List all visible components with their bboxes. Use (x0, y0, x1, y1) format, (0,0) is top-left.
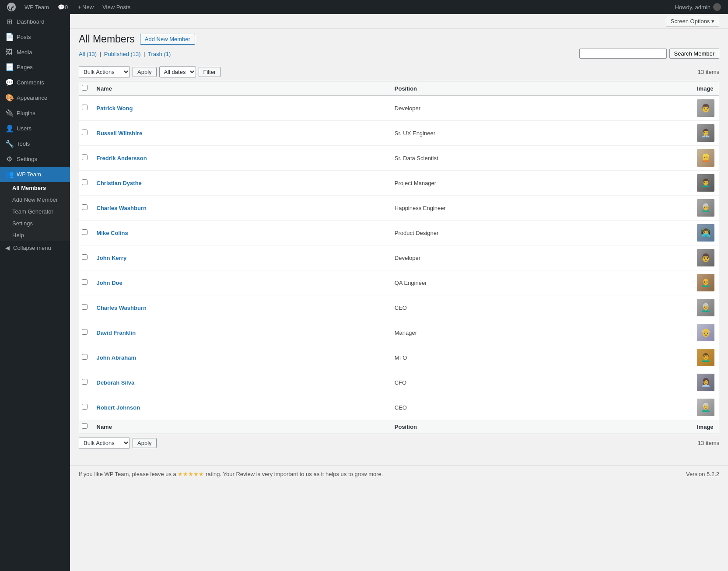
row-select-7[interactable] (82, 254, 88, 260)
member-name-link-7[interactable]: John Kerry (97, 255, 127, 261)
row-select-1[interactable] (82, 105, 88, 110)
member-name-link-10[interactable]: David Franklin (97, 329, 136, 336)
row-position-12: CFO (390, 370, 693, 395)
sidebar-item-pages[interactable]: 📃 Pages (0, 60, 70, 75)
row-image-3: 👱 (693, 146, 719, 171)
sidebar-item-media[interactable]: 🖼 Media (0, 45, 70, 60)
member-avatar-4: 👨‍🦱 (697, 174, 714, 192)
table-row: Deborah Silva CFO 👩‍💼 (79, 370, 719, 395)
table-row: John Abraham MTO 👨‍🦱 (79, 345, 719, 370)
submenu-settings[interactable]: Settings (0, 217, 70, 229)
adminbar-wp-logo[interactable] (4, 0, 19, 14)
row-select-11[interactable] (82, 354, 88, 360)
add-new-member-button[interactable]: Add New Member (140, 34, 195, 45)
row-select-9[interactable] (82, 304, 88, 310)
row-select-12[interactable] (82, 379, 88, 385)
footer-stars-link[interactable]: ★★★★★ (178, 471, 206, 477)
member-avatar-6: 👨‍💻 (697, 224, 714, 242)
footer-name: Name (92, 420, 390, 434)
row-image-1: 👨 (693, 96, 719, 121)
footer-image: Image (693, 420, 719, 434)
row-select-4[interactable] (82, 179, 88, 185)
footer-version: Version 5.2.2 (686, 471, 719, 477)
member-avatar-10: 👴 (697, 324, 714, 341)
row-name-7: John Kerry (92, 245, 390, 270)
row-image-8: 👨‍🦲 (693, 270, 719, 295)
screen-options-button[interactable]: Screen Options (666, 16, 719, 27)
adminbar-site-name[interactable]: WP Team (21, 0, 52, 14)
table-row: John Doe QA Engineer 👨‍🦲 (79, 270, 719, 295)
sidebar-item-appearance[interactable]: 🎨 Appearance (0, 90, 70, 105)
member-avatar-11: 👨‍🦱 (697, 349, 714, 366)
member-name-link-11[interactable]: John Abraham (97, 354, 136, 361)
adminbar-new[interactable]: ＋ New (73, 0, 97, 14)
select-all-checkbox-top[interactable] (82, 85, 88, 91)
table-footer-row: Name Position Image (79, 420, 719, 434)
row-select-8[interactable] (82, 279, 88, 285)
member-name-link-4[interactable]: Christian Dysthe (97, 180, 142, 186)
row-select-13[interactable] (82, 404, 88, 410)
row-position-1: Developer (390, 96, 693, 121)
row-position-2: Sr. UX Engineer (390, 121, 693, 146)
table-row: Charles Washburn CEO 👨‍🦳 (79, 295, 719, 320)
row-position-11: MTO (390, 345, 693, 370)
member-avatar-5: 👨‍🦳 (697, 199, 714, 217)
sidebar-item-dashboard[interactable]: ⊞ Dashboard (0, 14, 70, 29)
member-name-link-8[interactable]: John Doe (97, 280, 122, 286)
submenu-team-generator[interactable]: Team Generator (0, 206, 70, 217)
submenu-all-members[interactable]: All Members (0, 182, 70, 194)
apply-button-bottom[interactable]: Apply (133, 438, 157, 448)
search-member-input[interactable] (579, 49, 667, 59)
row-select-10[interactable] (82, 329, 88, 335)
sidebar-item-posts[interactable]: 📄 Posts (0, 29, 70, 45)
adminbar-view-posts[interactable]: View Posts (99, 0, 134, 14)
sidebar-item-users[interactable]: 👤 Users (0, 121, 70, 136)
collapse-menu-button[interactable]: ◀ Collapse menu (0, 241, 70, 255)
member-name-link-1[interactable]: Patrick Wong (97, 105, 133, 112)
row-select-3[interactable] (82, 154, 88, 160)
sidebar-item-plugins[interactable]: 🔌 Plugins (0, 105, 70, 121)
member-name-link-2[interactable]: Russell Wiltshire (97, 130, 143, 137)
adminbar-howdy[interactable]: Howdy, admin (672, 3, 724, 11)
table-row: Mike Colins Product Designer 👨‍💻 (79, 221, 719, 245)
row-checkbox-7 (79, 245, 92, 270)
row-select-5[interactable] (82, 204, 88, 210)
member-name-link-9[interactable]: Charles Washburn (97, 305, 147, 311)
sidebar-item-wp-team[interactable]: 👥 WP Team (0, 167, 70, 182)
row-select-6[interactable] (82, 229, 88, 235)
submenu-help[interactable]: Help (0, 229, 70, 241)
users-icon: 👤 (5, 124, 13, 133)
collapse-icon: ◀ (5, 245, 10, 251)
member-avatar-2: 👨‍💼 (697, 124, 714, 142)
filter-trash[interactable]: Trash (1) (148, 51, 171, 57)
sidebar-item-tools[interactable]: 🔧 Tools (0, 136, 70, 151)
row-position-6: Product Designer (390, 221, 693, 245)
comments-icon: 💬 (5, 78, 13, 87)
filter-button[interactable]: Filter (199, 67, 221, 77)
row-image-12: 👩‍💼 (693, 370, 719, 395)
member-name-link-13[interactable]: Robert Johnson (97, 404, 140, 411)
apply-button-top[interactable]: Apply (133, 67, 157, 77)
adminbar-comments[interactable]: 💬 0 (54, 0, 71, 14)
row-name-9: Charles Washburn (92, 295, 390, 320)
sidebar-item-comments[interactable]: 💬 Comments (0, 75, 70, 90)
row-select-2[interactable] (82, 130, 88, 135)
member-name-link-6[interactable]: Mike Colins (97, 230, 128, 236)
row-image-4: 👨‍🦱 (693, 171, 719, 196)
member-name-link-12[interactable]: Deborah Silva (97, 379, 135, 386)
row-image-5: 👨‍🦳 (693, 196, 719, 221)
member-name-link-3[interactable]: Fredrik Andersson (97, 155, 147, 161)
bulk-actions-select-bottom[interactable]: Bulk Actions Move to Trash (79, 438, 130, 448)
row-checkbox-8 (79, 270, 92, 295)
member-name-link-5[interactable]: Charles Washburn (97, 205, 147, 211)
header-position: Position (390, 81, 693, 96)
filter-published[interactable]: Published (13) (104, 51, 141, 57)
sidebar-item-settings[interactable]: ⚙ Settings (0, 151, 70, 167)
submenu-add-new-member[interactable]: Add New Member (0, 194, 70, 206)
bulk-actions-select-top[interactable]: Bulk Actions Move to Trash (79, 67, 130, 77)
filter-all[interactable]: All (13) (79, 51, 97, 57)
date-filter-select[interactable]: All dates (159, 67, 196, 77)
member-avatar-13: 👨‍🦳 (697, 399, 714, 416)
search-member-button[interactable]: Search Member (669, 49, 719, 59)
select-all-checkbox-bottom[interactable] (82, 423, 88, 429)
